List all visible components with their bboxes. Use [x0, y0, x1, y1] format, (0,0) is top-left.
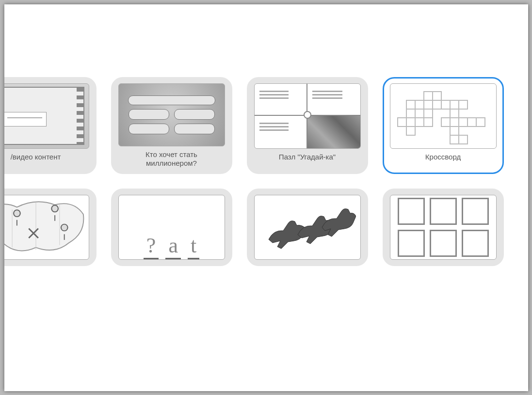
svg-rect-21 [406, 126, 415, 135]
svg-rect-4 [424, 100, 433, 109]
puzzle-icon [254, 83, 361, 149]
template-card-letters[interactable]: ? a t [111, 189, 232, 266]
letter-slot: ? [144, 233, 159, 259]
gallery-row-1: /видео контент Кто хочет стать миллионер… [4, 77, 518, 174]
letter-slot: a [165, 233, 181, 259]
card-label: Пазл "Угадай-ка" [276, 153, 339, 161]
svg-rect-9 [406, 109, 415, 118]
svg-rect-7 [450, 100, 459, 109]
svg-rect-18 [459, 118, 468, 126]
svg-rect-1 [433, 92, 441, 100]
svg-rect-24 [459, 135, 468, 144]
svg-rect-14 [415, 118, 424, 126]
svg-rect-3 [415, 100, 424, 109]
svg-rect-6 [441, 100, 450, 109]
fill-letters-icon: ? a t [118, 195, 225, 260]
card-label: /видео контент [8, 153, 64, 161]
svg-rect-15 [424, 118, 433, 126]
map-icon [4, 195, 89, 260]
app-frame: /видео контент Кто хочет стать миллионер… [4, 4, 528, 391]
svg-rect-5 [433, 100, 441, 109]
card-label: Кто хочет стать миллионером? [117, 150, 226, 168]
template-card-grid[interactable] [383, 189, 504, 266]
crossword-icon [390, 83, 497, 149]
svg-rect-23 [450, 135, 459, 144]
svg-rect-22 [450, 126, 459, 135]
horse-race-icon [254, 195, 361, 260]
svg-rect-13 [406, 118, 415, 126]
template-card-crossword[interactable]: Кроссворд [383, 77, 504, 174]
grid-icon [390, 195, 497, 260]
millionaire-icon [118, 83, 225, 146]
svg-rect-0 [424, 92, 433, 100]
svg-rect-2 [406, 100, 415, 109]
video-content-icon [4, 83, 89, 149]
template-card-millionaire[interactable]: Кто хочет стать миллионером? [111, 77, 232, 174]
template-card-horse-race[interactable] [247, 189, 368, 266]
svg-rect-12 [398, 118, 406, 126]
svg-rect-19 [468, 118, 476, 126]
svg-rect-11 [450, 109, 459, 118]
gallery-row-2: ? a t [4, 189, 518, 266]
svg-rect-16 [441, 118, 450, 126]
template-card-map[interactable] [4, 189, 97, 266]
svg-rect-8 [459, 100, 468, 109]
svg-rect-10 [424, 109, 433, 118]
template-gallery: /видео контент Кто хочет стать миллионер… [4, 77, 518, 266]
card-label: Кроссворд [422, 153, 464, 161]
svg-rect-17 [450, 118, 459, 126]
svg-rect-20 [476, 118, 485, 126]
template-card-video[interactable]: /видео контент [4, 77, 97, 174]
letter-slot: t [188, 233, 199, 259]
template-card-puzzle[interactable]: Пазл "Угадай-ка" [247, 77, 368, 174]
